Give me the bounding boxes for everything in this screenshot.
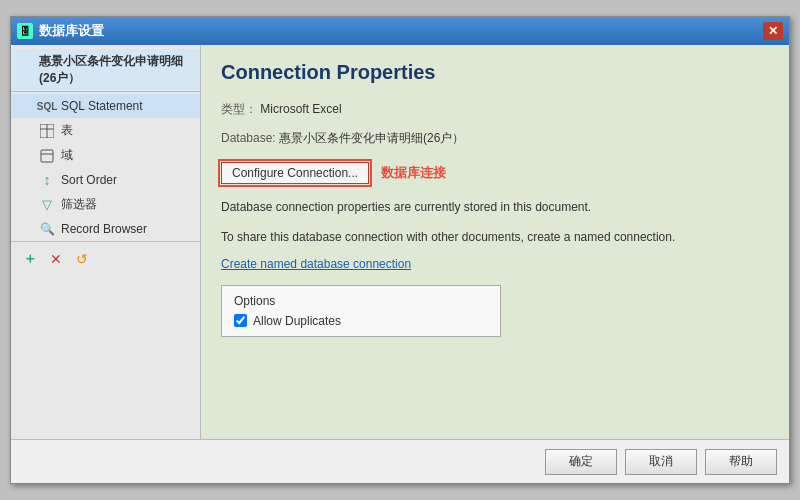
sidebar-item-field-label: 域 [61,147,73,164]
allow-duplicates-label: Allow Duplicates [253,314,341,328]
database-row: Database: 惠景小区条件变化申请明细(26户） [221,129,769,148]
type-row: 类型： Microsoft Excel [221,100,769,119]
main-content: Connection Properties 类型： Microsoft Exce… [201,45,789,439]
svg-rect-3 [41,150,53,162]
database-label: Database: [221,131,276,145]
sidebar: 惠景小区条件变化申请明细(26户） SQL SQL Statement 表 域 … [11,45,201,439]
table-icon [39,123,55,139]
configure-connection-button[interactable]: Configure Connection... [221,162,369,184]
sidebar-item-sql-label: SQL Statement [61,99,143,113]
sidebar-item-record-browser[interactable]: 🔍 Record Browser [11,217,200,241]
database-settings-window: 🗄 数据库设置 ✕ 惠景小区条件变化申请明细(26户） SQL SQL Stat… [10,16,790,484]
allow-duplicates-checkbox[interactable] [234,314,247,327]
sidebar-item-filter[interactable]: ▽ 筛选器 [11,192,200,217]
description1: Database connection properties are curre… [221,198,769,217]
title-bar: 🗄 数据库设置 ✕ [11,17,789,45]
sidebar-header: 惠景小区条件变化申请明细(26户） [11,49,200,92]
type-label: 类型： [221,102,257,116]
confirm-button[interactable]: 确定 [545,449,617,475]
sidebar-item-record-browser-label: Record Browser [61,222,147,236]
record-browser-icon: 🔍 [39,221,55,237]
sidebar-item-table[interactable]: 表 [11,118,200,143]
allow-duplicates-row: Allow Duplicates [234,314,488,328]
sort-icon: ↕ [39,172,55,188]
add-icon[interactable]: ＋ [19,248,41,270]
sidebar-item-field[interactable]: 域 [11,143,200,168]
title-bar-left: 🗄 数据库设置 [17,22,104,40]
description2: To share this database connection with o… [221,228,769,247]
window-body: 惠景小区条件变化申请明细(26户） SQL SQL Statement 表 域 … [11,45,789,439]
sidebar-item-sort-label: Sort Order [61,173,117,187]
window-title: 数据库设置 [39,22,104,40]
refresh-icon[interactable]: ↺ [71,248,93,270]
cancel-button[interactable]: 取消 [625,449,697,475]
sidebar-header-label: 惠景小区条件变化申请明细(26户） [39,53,192,87]
sidebar-item-sql[interactable]: SQL SQL Statement [11,94,200,118]
help-button[interactable]: 帮助 [705,449,777,475]
sidebar-item-filter-label: 筛选器 [61,196,97,213]
options-box: Options Allow Duplicates [221,285,501,337]
sql-icon: SQL [39,98,55,114]
database-value: 惠景小区条件变化申请明细(26户） [279,131,464,145]
delete-icon[interactable]: ✕ [45,248,67,270]
section-title: Connection Properties [221,61,769,84]
options-title: Options [234,294,488,308]
configure-row: Configure Connection... 数据库连接 [221,162,769,184]
db-connection-label: 数据库连接 [381,164,446,182]
window-icon: 🗄 [17,23,33,39]
filter-icon: ▽ [39,197,55,213]
description2-text: To share this database connection with o… [221,230,675,244]
type-value: Microsoft Excel [260,102,341,116]
footer: 确定 取消 帮助 [11,439,789,483]
close-button[interactable]: ✕ [763,22,783,40]
sidebar-bottom-toolbar: ＋ ✕ ↺ [11,241,200,276]
sidebar-item-table-label: 表 [61,122,73,139]
create-named-connection-link[interactable]: Create named database connection [221,257,769,271]
sidebar-item-sort[interactable]: ↕ Sort Order [11,168,200,192]
field-icon [39,148,55,164]
